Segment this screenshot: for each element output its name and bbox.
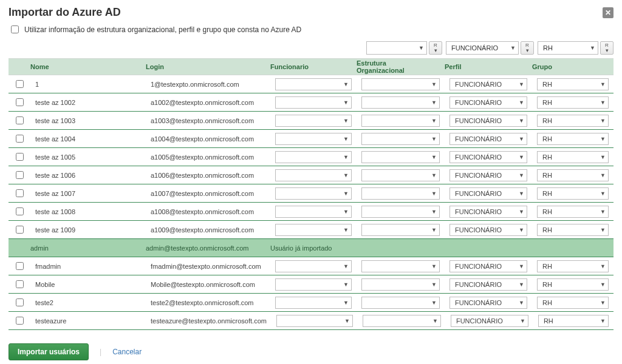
row-grupo-combo[interactable]: RH▼ [537, 169, 609, 181]
row-funcionario-combo[interactable]: ▼ [275, 115, 352, 127]
row-perfil-combo[interactable]: FUNCIONÁRIO▼ [449, 96, 527, 109]
col-nome: Nome [26, 63, 141, 70]
row-grupo-combo[interactable]: RH▼ [537, 260, 609, 272]
row-grupo-combo[interactable]: RH▼ [537, 115, 609, 127]
row-estrutura-combo[interactable]: ▼ [363, 315, 441, 327]
row-estrutura-combo[interactable]: ▼ [361, 133, 440, 145]
row-funcionario-combo[interactable]: ▼ [275, 78, 352, 90]
row-select-checkbox[interactable] [16, 207, 24, 215]
chevron-down-icon: ▼ [519, 154, 524, 160]
row-perfil-combo-value: FUNCIONÁRIO [455, 263, 502, 270]
chevron-down-icon: ▼ [600, 154, 606, 160]
row-funcionario-combo[interactable]: ▼ [275, 96, 352, 109]
row-select-checkbox[interactable] [16, 226, 24, 234]
row-funcionario-combo[interactable]: ▼ [275, 260, 352, 272]
row-perfil-combo[interactable]: FUNCIONÁRIO▼ [449, 206, 527, 218]
row-select-checkbox[interactable] [16, 262, 24, 270]
row-funcionario-combo[interactable]: ▼ [275, 278, 352, 291]
row-perfil-combo[interactable]: FUNCIONÁRIO▼ [449, 297, 527, 309]
row-grupo-combo[interactable]: RH▼ [537, 187, 609, 200]
row-estrutura-combo[interactable]: ▼ [361, 206, 440, 218]
row-estrutura-combo[interactable]: ▼ [361, 187, 440, 200]
cell-login: a1006@testexpto.onmicrosoft.com [146, 172, 270, 179]
row-estrutura-combo[interactable]: ▼ [361, 224, 440, 236]
use-azure-info-checkbox[interactable] [11, 25, 19, 33]
row-select-checkbox[interactable] [16, 80, 24, 88]
row-grupo-combo-value: RH [542, 226, 552, 234]
row-perfil-combo[interactable]: FUNCIONÁRIO▼ [449, 169, 527, 181]
row-funcionario-combo[interactable]: ▼ [275, 187, 352, 200]
row-perfil-combo[interactable]: FUNCIONÁRIO▼ [451, 315, 528, 327]
row-select-checkbox[interactable] [16, 317, 24, 325]
row-funcionario-combo[interactable]: ▼ [275, 133, 352, 145]
cell-nome: teste az 1009 [30, 226, 146, 234]
close-icon[interactable]: ✕ [603, 7, 613, 18]
row-funcionario-combo[interactable]: ▼ [275, 206, 352, 218]
row-select-checkbox[interactable] [16, 189, 24, 197]
bulk-grupo-combo[interactable]: RH ▼ [538, 41, 598, 55]
row-funcionario-combo[interactable]: ▼ [276, 315, 353, 327]
row-estrutura-combo[interactable]: ▼ [361, 297, 440, 309]
row-select-checkbox[interactable] [16, 280, 24, 288]
row-select-checkbox[interactable] [16, 116, 24, 124]
row-grupo-combo-value: RH [542, 263, 552, 270]
row-funcionario-combo[interactable]: ▼ [275, 151, 352, 163]
row-grupo-combo[interactable]: RH▼ [537, 151, 609, 163]
row-grupo-combo-value: RH [542, 172, 552, 179]
row-grupo-combo[interactable]: RH▼ [538, 315, 609, 327]
row-estrutura-combo[interactable]: ▼ [361, 151, 440, 163]
row-estrutura-combo[interactable]: ▼ [361, 169, 440, 181]
row-perfil-combo[interactable]: FUNCIONÁRIO▼ [449, 78, 527, 90]
row-grupo-combo[interactable]: RH▼ [537, 206, 609, 218]
row-estrutura-combo[interactable]: ▼ [361, 115, 440, 127]
import-users-button[interactable]: Importar usuários [9, 343, 89, 360]
row-funcionario-combo[interactable]: ▼ [275, 169, 352, 181]
row-grupo-combo[interactable]: RH▼ [537, 297, 609, 309]
row-grupo-combo[interactable]: RH▼ [537, 133, 609, 145]
bulk-apply-perfil-button[interactable]: R ▾ [521, 41, 534, 55]
row-grupo-combo[interactable]: RH▼ [537, 224, 609, 236]
row-estrutura-combo[interactable]: ▼ [361, 278, 440, 291]
cell-login: 1@testexpto.onmicrosoft.com [146, 81, 270, 88]
row-grupo-combo-value: RH [542, 153, 552, 161]
row-grupo-combo[interactable]: RH▼ [537, 78, 609, 90]
chevron-down-icon: ▼ [431, 81, 437, 87]
bulk-apply-estrutura-button[interactable]: R ▾ [429, 41, 442, 55]
row-perfil-combo[interactable]: FUNCIONÁRIO▼ [449, 187, 527, 200]
chevron-down-icon: ▼ [343, 81, 349, 87]
row-select-checkbox[interactable] [16, 98, 24, 106]
row-estrutura-combo[interactable]: ▼ [361, 96, 440, 109]
cell-login: teste2@testexpto.onmicrosoft.com [146, 299, 270, 306]
row-select-checkbox[interactable] [16, 298, 24, 306]
row-perfil-combo[interactable]: FUNCIONÁRIO▼ [449, 278, 527, 291]
bulk-funcionario-combo[interactable]: ▼ [366, 41, 427, 55]
row-select-checkbox[interactable] [16, 153, 24, 161]
row-perfil-combo[interactable]: FUNCIONÁRIO▼ [449, 133, 527, 145]
row-perfil-combo[interactable]: FUNCIONÁRIO▼ [449, 260, 527, 272]
row-perfil-combo[interactable]: FUNCIONÁRIO▼ [449, 151, 527, 163]
cell-nome: admin [26, 244, 141, 252]
row-perfil-combo[interactable]: FUNCIONÁRIO▼ [449, 224, 527, 236]
row-select-checkbox[interactable] [16, 171, 24, 179]
row-grupo-combo[interactable]: RH▼ [537, 278, 609, 291]
chevron-down-icon: ▼ [600, 300, 606, 306]
row-select-checkbox[interactable] [16, 135, 24, 143]
chevron-down-icon: ▼ [600, 99, 606, 106]
cancel-link[interactable]: Cancelar [112, 348, 142, 356]
row-estrutura-combo[interactable]: ▼ [361, 260, 440, 272]
chevron-down-icon: ▼ [600, 118, 606, 124]
cell-login: admin@testexpto.onmicrosoft.com [141, 244, 265, 252]
row-grupo-combo[interactable]: RH▼ [537, 96, 609, 109]
row-perfil-combo[interactable]: FUNCIONÁRIO▼ [449, 115, 527, 127]
row-funcionario-combo[interactable]: ▼ [275, 224, 352, 236]
chevron-down-icon: ▼ [600, 136, 606, 142]
chevron-down-icon: ▼ [431, 172, 437, 178]
bulk-perfil-combo[interactable]: FUNCIONÁRIO ▼ [446, 41, 519, 55]
arrow-down-icon: ▾ [526, 48, 529, 53]
row-estrutura-combo[interactable]: ▼ [361, 78, 440, 90]
bulk-apply-grupo-button[interactable]: R ▾ [600, 41, 613, 55]
cell-nome: teste az 1003 [30, 117, 146, 124]
row-funcionario-combo[interactable]: ▼ [275, 297, 352, 309]
chevron-down-icon: ▼ [431, 154, 437, 160]
cell-nome: teste az 1007 [30, 190, 146, 197]
